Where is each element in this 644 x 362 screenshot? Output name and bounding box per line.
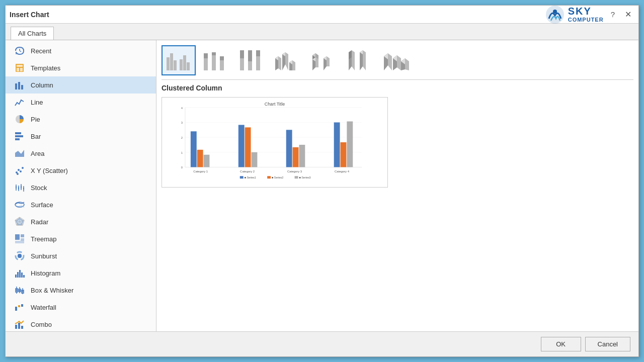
svg-text:Category 2: Category 2 [240,170,255,173]
sidebar-item-column[interactable]: Column [6,76,156,94]
sidebar-item-histogram[interactable]: Histogram [6,264,156,282]
close-button[interactable]: ✕ [622,9,634,20]
sidebar-item-pie[interactable]: Pie [6,111,156,128]
svg-rect-68 [180,59,183,70]
sunburst-label: Sunburst [31,252,57,260]
tabs-bar: All Charts [6,24,638,40]
bar-icon [14,130,26,142]
svg-rect-140 [341,142,347,167]
svg-rect-13 [15,135,23,137]
chart-type-3d-column[interactable] [379,45,413,75]
histogram-icon [14,267,26,279]
svg-rect-46 [17,272,19,278]
radar-label: Radar [31,218,48,226]
svg-marker-85 [278,56,281,70]
svg-point-1 [553,10,557,14]
column-icon [14,79,26,91]
stock-label: Stock [31,184,47,192]
svg-marker-15 [15,150,24,157]
svg-text:Category 3: Category 3 [287,170,302,173]
svg-text:Chart Title: Chart Title [265,102,285,107]
scatter-icon [14,164,26,176]
waterfall-label: Waterfall [31,304,56,311]
chart-type-3d-100-stacked-column[interactable] [343,45,377,75]
help-button[interactable]: ? [608,9,618,20]
svg-rect-60 [18,305,20,307]
recent-label: Recent [31,47,51,55]
sidebar-item-combo[interactable]: Combo [6,316,156,331]
pie-label: Pie [31,116,40,123]
svg-rect-5 [17,65,23,67]
svg-text:■ Series3: ■ Series3 [299,176,310,179]
svg-rect-72 [204,53,208,58]
sidebar-item-surface[interactable]: Surface [6,196,156,213]
chart-type-100-stacked-column[interactable] [234,45,268,75]
svg-text:Category 1: Category 1 [193,170,208,173]
title-bar-left: Insert Chart [10,11,49,19]
svg-rect-39 [21,234,24,237]
chart-preview: Chart Title 0 1 2 3 4 [162,97,388,188]
sidebar-item-treemap[interactable]: Treemap [6,230,156,247]
logo-text: SKY COMPUTER [568,6,604,23]
sidebar-item-stock[interactable]: Stock [6,179,156,196]
histogram-label: Histogram [31,269,60,277]
box-whisker-icon [14,284,26,296]
svg-point-44 [18,254,22,258]
svg-rect-71 [204,58,208,70]
svg-rect-38 [15,234,20,240]
svg-marker-113 [397,55,401,70]
svg-rect-49 [23,275,25,278]
line-icon [14,96,26,108]
ok-button[interactable]: OK [541,337,581,351]
svg-rect-74 [212,52,216,55]
title-bar-right: SKY COMPUTER ? ✕ [545,5,634,25]
preview-chart-svg: Chart Title 0 1 2 3 4 [162,98,387,187]
svg-rect-64 [21,326,23,329]
svg-rect-8 [15,83,17,89]
svg-rect-150 [295,176,298,178]
chart-type-stacked-column[interactable] [198,45,232,75]
svg-rect-63 [18,323,20,329]
svg-rect-133 [238,125,245,167]
sidebar-item-area[interactable]: Area [6,145,156,162]
dialog-footer: OK Cancel [6,331,638,356]
svg-rect-66 [170,53,173,70]
svg-rect-130 [191,131,197,167]
svg-marker-116 [405,58,409,70]
svg-line-3 [20,51,21,52]
title-bar: Insert Chart SKY COMPUTER ? ✕ [6,6,638,24]
sidebar-item-bar[interactable]: Bar [6,128,156,145]
sidebar-item-box-whisker[interactable]: Box & Whisker [6,282,156,299]
svg-text:1: 1 [181,151,183,154]
scatter-label: X Y (Scatter) [31,167,68,174]
svg-rect-12 [15,132,21,134]
tab-all-charts[interactable]: All Charts [11,27,54,40]
svg-text:■ Series1: ■ Series1 [245,176,256,179]
sidebar-item-line[interactable]: Line [6,94,156,111]
chart-type-row [162,45,633,80]
sidebar-item-sunburst[interactable]: Sunburst [6,247,156,264]
left-panel: Recent Templates [6,40,156,331]
chart-type-3d-stacked-column[interactable] [306,45,341,75]
chart-type-3d-clustered-column[interactable] [270,45,304,75]
svg-point-19 [22,167,24,169]
sidebar-item-recent[interactable]: Recent [6,42,156,59]
waterfall-icon [14,301,26,313]
dialog-title: Insert Chart [10,11,49,19]
svg-marker-91 [292,60,295,70]
svg-rect-67 [174,60,177,70]
logo-area: SKY COMPUTER [545,5,604,25]
chart-type-clustered-column[interactable] [162,45,196,75]
svg-rect-139 [334,122,340,167]
sidebar-item-scatter[interactable]: X Y (Scatter) [6,162,156,179]
sidebar-item-radar[interactable]: Radar [6,213,156,230]
sidebar-item-waterfall[interactable]: Waterfall [6,299,156,316]
cancel-button[interactable]: Cancel [585,337,630,351]
svg-rect-76 [220,56,224,60]
sunburst-icon [14,250,26,262]
svg-rect-26 [21,186,22,189]
sidebar-item-templates[interactable]: Templates [6,59,156,76]
chart-type-label: Clustered Column [162,84,633,92]
column-label: Column [31,81,53,89]
svg-point-20 [17,173,19,175]
